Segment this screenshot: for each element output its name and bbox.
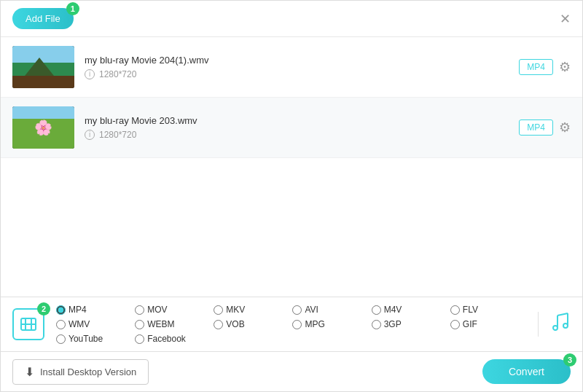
top-bar: Add File 1 ✕ [1, 1, 582, 37]
format-panel: 2 MP4 MOV MKV AVI [1, 297, 582, 351]
info-icon-2: i [85, 130, 95, 140]
svg-line-8 [557, 313, 568, 315]
file-name-1: my blu-ray Movie 204(1).wmv [85, 55, 519, 66]
format-button-1[interactable]: MP4 [519, 59, 553, 75]
format-panel-badge: 2 [37, 302, 50, 315]
format-label-mov: MOV [147, 305, 167, 315]
convert-wrap: 3 Convert [482, 359, 571, 384]
format-option-flv[interactable]: FLV [450, 305, 529, 315]
file-thumbnail-2 [12, 106, 74, 149]
format-label-avi: AVI [305, 305, 318, 315]
format-option-mp4[interactable]: MP4 [56, 305, 135, 315]
format-option-mkv[interactable]: MKV [214, 305, 292, 315]
thumbnail-image-2 [12, 106, 74, 149]
bottom-bar: ⬇ Install Desktop Version 3 Convert [1, 351, 582, 391]
format-label-mkv: MKV [226, 305, 245, 315]
format-label-vob: VOB [226, 319, 244, 329]
close-button[interactable]: ✕ [560, 12, 571, 26]
format-option-mov[interactable]: MOV [135, 305, 214, 315]
music-icon-wrap[interactable] [538, 312, 571, 337]
file-actions-1: MP4 ⚙ [519, 59, 571, 75]
format-label-m4v: M4V [384, 305, 402, 315]
format-option-webm[interactable]: WEBM [135, 319, 214, 329]
format-option-avi[interactable]: AVI [292, 305, 371, 315]
video-icon-wrap: 2 [12, 308, 44, 340]
format-label-facebook: Facebook [147, 334, 186, 344]
format-label-wmv: WMV [69, 319, 90, 329]
format-option-facebook[interactable]: Facebook [135, 334, 214, 344]
format-button-2[interactable]: MP4 [519, 119, 553, 136]
add-file-badge: 1 [66, 2, 79, 15]
format-label-flv: FLV [463, 305, 478, 315]
settings-button-2[interactable]: ⚙ [559, 119, 571, 136]
download-icon: ⬇ [25, 365, 34, 379]
file-thumbnail-1 [12, 46, 74, 88]
format-option-3gp[interactable]: 3GP [372, 319, 450, 329]
file-list: my blu-ray Movie 204(1).wmv i 1280*720 M… [1, 37, 582, 158]
format-label-mp4: MP4 [69, 305, 87, 315]
file-meta-1: i 1280*720 [85, 69, 519, 79]
format-option-youtube[interactable]: YouTube [56, 334, 135, 344]
file-name-2: my blu-ray Movie 203.wmv [85, 115, 519, 126]
format-label-webm: WEBM [147, 319, 174, 329]
file-item-2: my blu-ray Movie 203.wmv i 1280*720 MP4 … [1, 98, 582, 158]
thumbnail-image-1 [12, 46, 74, 88]
convert-badge: 3 [563, 353, 576, 366]
install-label: Install Desktop Version [40, 366, 136, 377]
file-actions-2: MP4 ⚙ [519, 119, 571, 136]
install-button[interactable]: ⬇ Install Desktop Version [12, 359, 149, 385]
format-option-m4v[interactable]: M4V [372, 305, 450, 315]
add-file-button[interactable]: Add File [12, 8, 74, 29]
format-option-mpg[interactable]: MPG [292, 319, 371, 329]
format-label-gif: GIF [463, 319, 477, 329]
file-meta-2: i 1280*720 [85, 130, 519, 140]
file-resolution-1: 1280*720 [99, 69, 136, 79]
settings-button-1[interactable]: ⚙ [559, 59, 571, 75]
format-option-wmv[interactable]: WMV [56, 319, 135, 329]
format-label-3gp: 3GP [384, 319, 402, 329]
format-options: MP4 MOV MKV AVI M4V FLV WMV WEBM [56, 305, 529, 344]
info-icon-1: i [85, 69, 95, 79]
file-resolution-2: 1280*720 [99, 130, 136, 140]
file-info-2: my blu-ray Movie 203.wmv i 1280*720 [74, 115, 519, 140]
file-info-1: my blu-ray Movie 204(1).wmv i 1280*720 [74, 55, 519, 79]
format-label-youtube: YouTube [69, 334, 103, 344]
format-label-mpg: MPG [305, 319, 324, 329]
format-option-gif[interactable]: GIF [450, 319, 529, 329]
file-item-1: my blu-ray Movie 204(1).wmv i 1280*720 M… [1, 37, 582, 98]
format-option-vob[interactable]: VOB [214, 319, 292, 329]
convert-button[interactable]: Convert [482, 359, 571, 384]
